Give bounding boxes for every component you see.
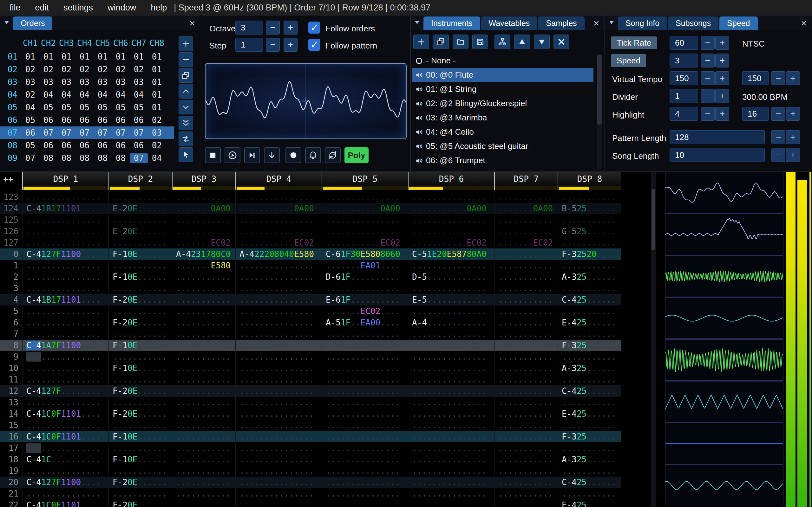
pattern-cell[interactable]: ........... bbox=[558, 260, 621, 271]
pattern-cell[interactable]: ........... bbox=[494, 214, 558, 226]
pattern-cell[interactable]: ............... bbox=[235, 305, 322, 317]
pattern-cell[interactable]: ........... bbox=[108, 214, 172, 226]
add-instrument-button[interactable] bbox=[413, 35, 429, 49]
order-cell[interactable]: 01 bbox=[39, 52, 57, 61]
pattern-cell[interactable]: ............... bbox=[408, 226, 494, 237]
pattern-cell[interactable]: ........... bbox=[494, 260, 558, 271]
play-button[interactable] bbox=[224, 147, 241, 163]
pattern-cell[interactable]: E-20E...... bbox=[108, 203, 172, 214]
virtual-tempo-den-decrease-button[interactable]: − bbox=[771, 71, 785, 85]
pattern-cell[interactable]: ............... bbox=[235, 419, 322, 431]
order-cell[interactable]: 04 bbox=[21, 103, 39, 112]
pattern-cell[interactable]: ........... bbox=[172, 385, 235, 397]
order-cell[interactable]: 02 bbox=[75, 65, 94, 74]
pattern-cell[interactable]: ............... bbox=[322, 454, 408, 465]
delete-instrument-button[interactable] bbox=[554, 35, 569, 49]
highlight-2-increase-button[interactable]: + bbox=[786, 107, 800, 121]
metronome-button[interactable] bbox=[305, 147, 321, 163]
pattern-cell[interactable]: ........... bbox=[108, 419, 172, 431]
pattern-cell[interactable]: ............... bbox=[322, 385, 408, 397]
pattern-cell[interactable]: ............... bbox=[235, 328, 322, 340]
duplicate-order-button[interactable] bbox=[179, 68, 193, 83]
pattern-cell[interactable]: ............... bbox=[235, 476, 322, 488]
instrument-item[interactable]: - None - bbox=[412, 54, 594, 68]
order-cell[interactable]: 05 bbox=[75, 103, 94, 112]
pattern-cell[interactable]: ............... bbox=[235, 374, 322, 385]
play-from-cursor-button[interactable] bbox=[244, 147, 260, 163]
divider-input[interactable]: 1 bbox=[670, 89, 698, 103]
pattern-corner-expand[interactable]: ++ bbox=[0, 172, 22, 186]
save-instrument-button[interactable] bbox=[472, 35, 488, 49]
step-one-row-button[interactable] bbox=[264, 147, 280, 163]
pattern-cell[interactable]: ............... bbox=[408, 465, 494, 476]
pattern-cell[interactable]: ........... bbox=[558, 305, 621, 317]
pattern-cell[interactable]: ........... bbox=[494, 305, 558, 317]
order-cell[interactable]: 02 bbox=[21, 90, 39, 100]
virtual-tempo-numerator-input[interactable]: 150 bbox=[670, 71, 698, 85]
duplicate-order-end-button[interactable] bbox=[179, 116, 193, 130]
scrollbar-handle[interactable] bbox=[597, 55, 602, 124]
pattern-cell[interactable]: F-10E...... bbox=[108, 431, 172, 442]
highlight-2-input[interactable]: 16 bbox=[742, 107, 769, 121]
pattern-cell[interactable]: ............... bbox=[235, 454, 322, 465]
instrument-item[interactable]: 00: @0 Flute bbox=[412, 68, 594, 82]
pattern-cell[interactable]: A-4............ bbox=[408, 317, 494, 328]
order-cell[interactable]: 01 bbox=[75, 52, 94, 61]
order-cell[interactable]: 01 bbox=[112, 52, 130, 61]
pattern-cell[interactable]: ............... bbox=[408, 340, 494, 351]
pattern-cell[interactable]: ........... bbox=[172, 488, 235, 499]
order-cell[interactable]: 06 bbox=[112, 141, 130, 150]
tab-instruments[interactable]: Instruments bbox=[423, 16, 480, 30]
pattern-cell[interactable]: ........... bbox=[494, 328, 558, 340]
pattern-cell[interactable]: ........... bbox=[494, 271, 558, 283]
order-cell[interactable]: 07 bbox=[75, 128, 94, 137]
move-order-up-button[interactable] bbox=[179, 84, 193, 99]
pattern-cell[interactable]: F-325...... bbox=[558, 340, 621, 351]
octave-decrease-button[interactable]: − bbox=[266, 20, 280, 35]
pattern-cell[interactable]: C-4127F1100.... bbox=[22, 248, 108, 260]
tab-speed[interactable]: Speed bbox=[719, 16, 757, 30]
channel-header-dsp-2[interactable]: DSP 2 bbox=[108, 172, 172, 186]
order-cell[interactable]: 07 bbox=[112, 128, 130, 137]
pattern-cell[interactable]: .......EC02 bbox=[172, 237, 235, 248]
pattern-cell[interactable]: ............... bbox=[22, 214, 108, 226]
highlight-1-increase-button[interactable]: + bbox=[715, 107, 729, 121]
order-cell[interactable]: 02 bbox=[112, 65, 130, 74]
pattern-cell[interactable]: ........... bbox=[558, 351, 621, 362]
order-cell[interactable]: 01 bbox=[148, 90, 166, 100]
pattern-cell[interactable]: F-20E...... bbox=[108, 385, 172, 397]
poly-button[interactable]: Poly bbox=[345, 147, 368, 163]
pattern-cell[interactable]: ........... bbox=[494, 226, 558, 237]
pattern-cell[interactable]: .......EC02.... bbox=[322, 305, 408, 317]
pattern-cell[interactable]: ............... bbox=[408, 362, 494, 374]
order-cell[interactable]: 08 bbox=[57, 153, 75, 163]
pattern-cell[interactable]: A-325...... bbox=[558, 271, 621, 283]
order-cell[interactable]: 03 bbox=[130, 77, 148, 87]
pattern-cell[interactable]: .......EC02 bbox=[494, 237, 558, 248]
pattern-cell[interactable]: ............... bbox=[235, 408, 322, 419]
pattern-cell[interactable]: ........... bbox=[108, 374, 172, 385]
virtual-tempo-num-decrease-button[interactable]: − bbox=[701, 71, 715, 85]
pattern-cell[interactable]: ............... bbox=[408, 499, 494, 507]
pattern-cell[interactable]: ............... bbox=[22, 305, 108, 317]
instrument-list-scrollbar[interactable] bbox=[597, 54, 602, 170]
pattern-cell[interactable]: ...........EC02 bbox=[235, 237, 322, 248]
pattern-cell[interactable]: ........... bbox=[494, 499, 558, 507]
pattern-cell[interactable]: ............... bbox=[408, 328, 494, 340]
pattern-cell[interactable]: ........... bbox=[108, 237, 172, 248]
pattern-cell[interactable]: ........... bbox=[108, 328, 172, 340]
pattern-cell[interactable]: ........... bbox=[494, 397, 558, 408]
tab-song-info[interactable]: Song Info bbox=[618, 16, 667, 30]
pattern-cell[interactable]: ........... bbox=[494, 317, 558, 328]
pattern-cell[interactable]: ............... bbox=[322, 191, 408, 203]
pattern-cell[interactable]: ........... bbox=[172, 328, 235, 340]
pattern-cell[interactable]: ........... bbox=[494, 283, 558, 294]
order-cell[interactable]: 01 bbox=[148, 65, 166, 74]
window-menu-icon[interactable] bbox=[0, 15, 13, 30]
pattern-cell[interactable]: G-525...... bbox=[558, 226, 621, 237]
pattern-cell[interactable]: E-20E...... bbox=[108, 226, 172, 237]
pattern-cell[interactable]: ........... bbox=[172, 317, 235, 328]
pattern-cell[interactable]: ............... bbox=[408, 408, 494, 419]
menu-file[interactable]: file bbox=[9, 3, 20, 13]
pattern-cell[interactable]: ............... bbox=[235, 499, 322, 507]
